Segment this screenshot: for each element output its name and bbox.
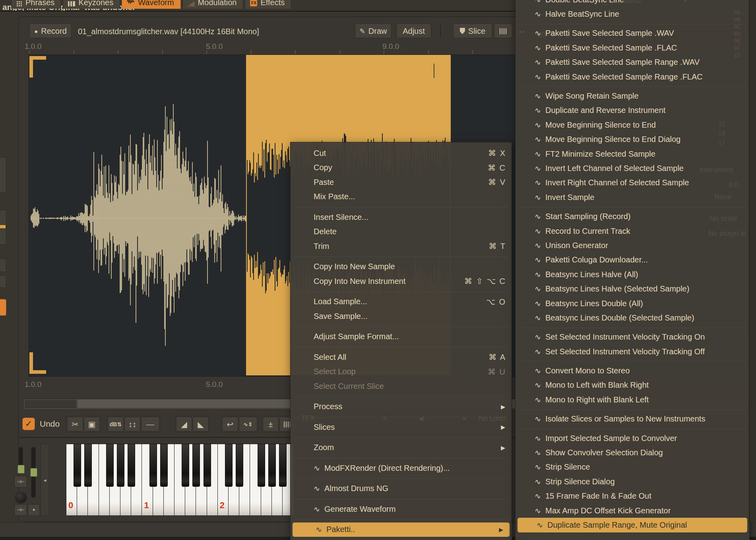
black-key[interactable]	[84, 444, 92, 487]
black-key[interactable]	[106, 444, 114, 487]
scrollbar-track-segment[interactable]	[24, 400, 77, 409]
menu-item-duplicate-and-reverse-instrument[interactable]: ∿Duplicate and Reverse Instrument	[516, 103, 749, 118]
black-key[interactable]	[268, 444, 276, 487]
menu-item-modfxrender-direct-rendering[interactable]: ∿ModFXRender (Direct Rendering)...	[291, 461, 512, 476]
menu-item-generate-waveform[interactable]: ∿Generate Waveform	[291, 502, 512, 517]
menu-item-import-selected-sample-to-convolver[interactable]: ∿Import Selected Sample to Convolver	[516, 431, 749, 445]
tab-modulation[interactable]: Modulation	[182, 0, 244, 9]
slice-markers-toggle-button[interactable]	[494, 24, 512, 38]
piano-keyboard[interactable]: 012	[66, 444, 293, 515]
black-key[interactable]	[236, 444, 243, 487]
menu-item-select-all[interactable]: Select All⌘ A	[291, 350, 512, 365]
fade-in-button[interactable]: ◢	[176, 417, 192, 431]
menu-item-beatsync-lines-halve-all[interactable]: ∿Beatsync Lines Halve (All)	[516, 267, 749, 282]
menu-item-paste[interactable]: Paste⌘ V	[291, 175, 512, 190]
menu-item-zoom[interactable]: Zoom▶	[291, 441, 512, 455]
range-toggle-button-1[interactable]: ⊣⊢	[14, 476, 27, 488]
menu-item-set-selected-instrument-velocity-tracking-on[interactable]: ∿Set Selected Instrument Velocity Tracki…	[516, 330, 749, 344]
menu-item-almost-drums-ng[interactable]: ∿Almost Drums NG	[291, 482, 512, 496]
interpolate-button[interactable]: ∿⇕	[239, 417, 257, 431]
menu-item-ft2-minimize-selected-sample[interactable]: ∿FT2 Minimize Selected Sample	[516, 147, 749, 161]
tab-effects[interactable]: FX Effects	[245, 0, 291, 9]
menu-item-paketti[interactable]: ∿Paketti..▶	[293, 523, 510, 537]
range-toggle-button-2[interactable]: ⊣⊢	[14, 504, 27, 516]
menu-item-strip-silence[interactable]: ∿Strip Silence	[516, 460, 749, 474]
tab-waveform[interactable]: Waveform	[122, 0, 180, 9]
tab-keyzones[interactable]: Keyzones	[63, 0, 120, 9]
left-strip-button[interactable]	[0, 275, 6, 288]
adjust-button[interactable]: Adjust	[396, 24, 431, 38]
black-key[interactable]	[182, 444, 189, 487]
menu-item-save-sample[interactable]: Save Sample...	[291, 309, 512, 324]
black-key[interactable]	[204, 444, 211, 487]
menu-item-paketti-save-selected-sample-range-wav[interactable]: ∿Paketti Save Selected Sample Range .WAV	[516, 55, 749, 70]
black-key[interactable]	[258, 444, 265, 487]
volume-slider-thumb[interactable]	[30, 468, 37, 477]
menu-item-paketti-coluga-downloader[interactable]: ∿Paketti Coluga Downloader...	[516, 253, 749, 267]
menu-item-copy-into-new-sample[interactable]: Copy Into New Sample	[291, 260, 512, 274]
undo-checkbox[interactable]: ✓	[22, 418, 35, 430]
left-strip-active-button[interactable]	[0, 299, 6, 316]
tab-phrases[interactable]: Phrases	[11, 0, 61, 9]
black-key[interactable]	[128, 444, 135, 487]
velocity-slider[interactable]	[18, 447, 23, 474]
loop-start-marker-bottom[interactable]	[29, 370, 46, 374]
left-strip-button[interactable]	[0, 157, 6, 193]
menu-item-max-amp-dc-offset-kick-generator[interactable]: ∿Max Amp DC Offset Kick Generator	[516, 503, 749, 518]
keyboard-collapse-button[interactable]: ◂	[41, 444, 49, 516]
menu-item-wipe-song-retain-sample[interactable]: ∿Wipe Song Retain Sample	[516, 89, 749, 103]
black-key[interactable]	[117, 444, 124, 487]
menu-item-load-sample[interactable]: Load Sample...⌥ O	[291, 295, 512, 309]
velocity-slider-thumb[interactable]	[17, 465, 25, 474]
menu-item-mono-to-left-with-blank-right[interactable]: ∿Mono to Left with Blank Right	[516, 378, 749, 392]
fade-out-button[interactable]: ◣	[193, 417, 209, 431]
menu-item-beatsync-lines-halve-selected-sample[interactable]: ∿Beatsync Lines Halve (Selected Sample)	[516, 282, 749, 296]
menu-item-duplicate-sample-range-mute-original[interactable]: ∿Duplicate Sample Range, Mute Original	[518, 518, 747, 532]
menu-item-mono-to-right-with-blank-left[interactable]: ∿Mono to Right with Blank Left	[516, 392, 749, 407]
menu-item-isolate-slices-or-samples-to-new-instruments[interactable]: ∿Isolate Slices or Samples to New Instru…	[516, 412, 749, 426]
menu-item-beatsync-lines-double-selected-sample[interactable]: ∿Beatsync Lines Double (Selected Sample)	[516, 311, 749, 325]
menu-item-strip-silence-dialog[interactable]: ∿Strip Silence Dialog	[516, 474, 749, 489]
menu-item-invert-right-channel-of-selected-sample[interactable]: ∿Invert Right Channel of Selected Sample	[516, 176, 749, 190]
volume-slider[interactable]	[31, 447, 36, 498]
menu-item-set-selected-instrument-velocity-tracking-off[interactable]: ∿Set Selected Instrument Velocity Tracki…	[516, 344, 749, 359]
menu-item-move-beginning-silence-to-end-dialog[interactable]: ∿Move Beginning Silence to End Dialog	[516, 132, 749, 147]
black-key[interactable]	[160, 444, 168, 487]
menu-item-select-current-slice[interactable]: Select Current Slice	[291, 379, 512, 394]
left-strip-button[interactable]	[0, 258, 6, 272]
loop-start-marker-top-bar[interactable]	[29, 56, 33, 78]
cut-button[interactable]: ✂	[67, 417, 83, 431]
record-button[interactable]: ● Record	[29, 24, 72, 38]
menu-item-15-frame-fade-in-fade-out[interactable]: ∿15 Frame Fade In & Fade Out	[516, 489, 749, 503]
dc-offset-button[interactable]: —	[141, 417, 159, 431]
menu-item-copy-into-new-instrument[interactable]: Copy Into New Instrument⌘ ⇧ ⌥ C	[291, 274, 512, 289]
reverse-button[interactable]: ↩	[222, 417, 238, 431]
menu-item-trim[interactable]: Trim⌘ T	[291, 239, 512, 254]
black-key[interactable]	[279, 444, 287, 487]
menu-item-move-beginning-silence-to-end[interactable]: ∿Move Beginning Silence to End	[516, 118, 749, 132]
black-key[interactable]	[225, 444, 233, 487]
menu-item-convert-mono-to-stereo[interactable]: ∿Convert Mono to Stereo	[516, 363, 749, 378]
star-button[interactable]: ✦	[28, 504, 40, 516]
trim-button[interactable]: ▣	[84, 417, 100, 431]
slice-button[interactable]: Slice	[453, 24, 492, 38]
black-key[interactable]	[74, 444, 81, 487]
gain-button[interactable]: dB⇅	[108, 417, 124, 431]
menu-item-insert-silence[interactable]: Insert Silence...	[291, 210, 512, 225]
draw-button[interactable]: ✎ Draw	[355, 24, 392, 38]
menu-item-process[interactable]: Process▶	[291, 400, 512, 414]
resize-button[interactable]: ↕↕	[124, 417, 140, 431]
pan-knob[interactable]	[15, 491, 27, 504]
menu-item-copy[interactable]: Copy⌘ C	[291, 161, 512, 175]
black-key[interactable]	[192, 444, 200, 487]
menu-item-paketti-save-selected-sample-flac[interactable]: ∿Paketti Save Selected Sample .FLAC	[516, 41, 749, 55]
black-key[interactable]	[149, 444, 157, 487]
menu-item-cut[interactable]: Cut⌘ X	[291, 146, 512, 161]
menu-item-halve-beatsync-line[interactable]: ∿Halve BeatSync Line	[516, 7, 749, 21]
menu-item-delete[interactable]: Delete	[291, 225, 512, 239]
menu-item-paketti-save-selected-sample-range-flac[interactable]: ∿Paketti Save Selected Sample Range .FLA…	[516, 70, 749, 84]
menu-item-show-convolver-selection-dialog[interactable]: ∿Show Convolver Selection Dialog	[516, 445, 749, 460]
menu-item-unison-generator[interactable]: ∿Unison Generator	[516, 238, 749, 253]
menu-item-mix-paste[interactable]: Mix Paste...	[291, 190, 512, 204]
menu-item-adjust-sample-format[interactable]: Adjust Sample Format...	[291, 330, 512, 344]
